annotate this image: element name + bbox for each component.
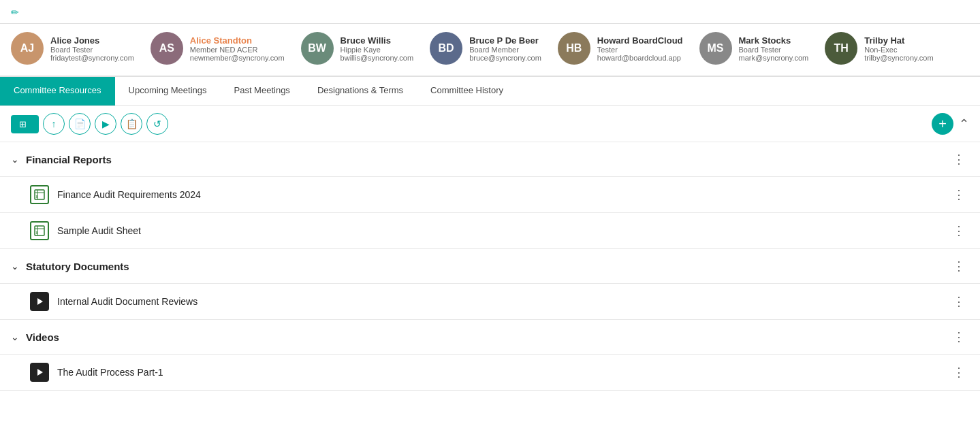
section-row[interactable]: ⌄ Financial Reports ⋮ [0,142,980,177]
member-item[interactable]: AS Alice Standton Member NED ACER newmem… [151,32,285,65]
section-row-left: ⌄ Financial Reports [11,154,112,165]
item-row[interactable]: X Finance Audit Requirements 2024 ⋮ [0,177,980,213]
member-item[interactable]: HB Howard BoardCloud Tester howard@board… [558,32,683,65]
item-row-left: X Finance Audit Requirements 2024 [30,185,201,204]
member-info: Howard BoardCloud Tester howard@boardclo… [597,35,683,62]
content-area: ⌄ Financial Reports ⋮ X Finance Audit Re… [0,142,980,391]
video-icon [30,363,49,382]
chevron-down-icon: ⌄ [11,154,19,165]
section-more-button[interactable]: ⋮ [949,259,969,274]
tab-committee-resources[interactable]: Committee Resources [0,77,115,105]
edit-icon[interactable]: ✏ [11,7,19,18]
section-title: Financial Reports [26,154,112,165]
section-more-button[interactable]: ⋮ [949,329,969,344]
tab-committee-history[interactable]: Committee History [417,77,517,105]
refresh-icon-btn[interactable]: ↺ [146,113,168,135]
refresh-icon: ↺ [153,118,161,129]
member-name: Bruce P De Beer [469,35,541,46]
member-name: Alice Jones [50,35,134,46]
video-icon: ▶ [102,118,110,129]
member-role: Board Tester [739,46,809,54]
toolbar-right: + ⌃ [932,113,969,135]
member-email: fridaytest@syncrony.com [50,54,134,62]
chevron-up-icon: ⌃ [959,117,969,131]
member-info: Bruce P De Beer Board Member bruce@syncr… [469,35,541,62]
member-item[interactable]: BD Bruce P De Beer Board Member bruce@sy… [430,32,541,65]
document-icon-btn[interactable]: 📄 [69,113,91,135]
section-title: Videos [26,331,59,343]
svg-text:X: X [36,231,39,235]
member-item[interactable]: AJ Alice Jones Board Tester fridaytest@s… [11,32,134,65]
avatar: TH [825,32,857,65]
svg-marker-9 [37,369,43,376]
member-item[interactable]: TH Trilby Hat Non-Exec trilby@syncrony.c… [825,32,933,65]
member-info: Bruce Willis Hippie Kaye bwillis@syncron… [341,35,414,62]
member-info: Alice Jones Board Tester fridaytest@sync… [50,35,134,62]
video-icon-btn[interactable]: ▶ [95,113,116,135]
section-title: Statutory Documents [26,261,129,272]
add-button[interactable]: + [932,113,953,135]
member-email: mark@syncrony.com [739,54,809,62]
member-email: bruce@syncrony.com [469,54,541,62]
members-list: AJ Alice Jones Board Tester fridaytest@s… [0,24,980,77]
members-header: ✏ [0,0,980,24]
avatar: AJ [11,32,44,65]
member-item[interactable]: BW Bruce Willis Hippie Kaye bwillis@sync… [301,32,414,65]
avatar: BW [301,32,334,65]
member-item[interactable]: MS Mark Stocks Board Tester mark@syncron… [699,32,809,65]
section-row-left: ⌄ Statutory Documents [11,261,129,272]
toolbar-left: ⊞ ↑ 📄 ▶ 📋 ↺ [11,113,168,135]
avatar: AS [151,32,183,65]
collapse-button[interactable]: ⌃ [959,116,969,131]
clipboard-icon-btn[interactable]: 📋 [121,113,142,135]
item-row-left: X Sample Audit Sheet [30,221,141,240]
section-button[interactable]: ⊞ [11,115,39,133]
member-name: Alice Standton [190,35,285,46]
tab-upcoming-meetings[interactable]: Upcoming Meetings [115,77,221,105]
section-row-left: ⌄ Videos [11,331,59,343]
member-name: Bruce Willis [341,35,414,46]
member-role: Board Tester [50,46,134,54]
item-more-button[interactable]: ⋮ [949,365,969,380]
upload-icon: ↑ [52,118,57,129]
chevron-down-icon: ⌄ [11,331,19,342]
member-name: Trilby Hat [864,35,933,46]
item-name: Internal Audit Document Reviews [57,296,197,307]
section-more-button[interactable]: ⋮ [949,152,969,167]
member-email: bwillis@syncrony.com [341,54,414,62]
member-email: howard@boardcloud.app [597,54,683,62]
member-info: Mark Stocks Board Tester mark@syncrony.c… [739,35,809,62]
avatar: MS [699,32,732,65]
section-row[interactable]: ⌄ Statutory Documents ⋮ [0,249,980,284]
item-row-left: Internal Audit Document Reviews [30,292,197,311]
member-role: Board Member [469,46,541,54]
tab-past-meetings[interactable]: Past Meetings [221,77,304,105]
item-more-button[interactable]: ⋮ [949,294,969,309]
item-name: Sample Audit Sheet [57,225,141,236]
member-name: Howard BoardCloud [597,35,683,46]
tab-designations-terms[interactable]: Designations & Terms [304,77,417,105]
item-more-button[interactable]: ⋮ [949,187,969,202]
upload-icon-btn[interactable]: ↑ [43,113,65,135]
member-role: Tester [597,46,683,54]
svg-marker-8 [37,298,43,305]
member-role: Hippie Kaye [341,46,414,54]
avatar: HB [558,32,590,65]
excel-file-icon: X [30,185,49,204]
item-row[interactable]: The Audit Process Part-1 ⋮ [0,355,980,391]
toolbar: ⊞ ↑ 📄 ▶ 📋 ↺ + ⌃ [0,106,980,142]
item-more-button[interactable]: ⋮ [949,223,969,238]
section-icon: ⊞ [19,119,27,129]
plus-icon: + [938,116,947,132]
member-role: Member NED ACER [190,46,285,54]
item-row[interactable]: X Sample Audit Sheet ⋮ [0,213,980,249]
item-row[interactable]: Internal Audit Document Reviews ⋮ [0,284,980,320]
excel-file-icon: X [30,221,49,240]
item-name: The Audit Process Part-1 [57,367,163,378]
member-name: Mark Stocks [739,35,809,46]
section-row[interactable]: ⌄ Videos ⋮ [0,320,980,355]
video-icon [30,292,49,311]
member-role: Non-Exec [864,46,933,54]
chevron-down-icon: ⌄ [11,261,19,272]
document-icon: 📄 [74,118,86,129]
